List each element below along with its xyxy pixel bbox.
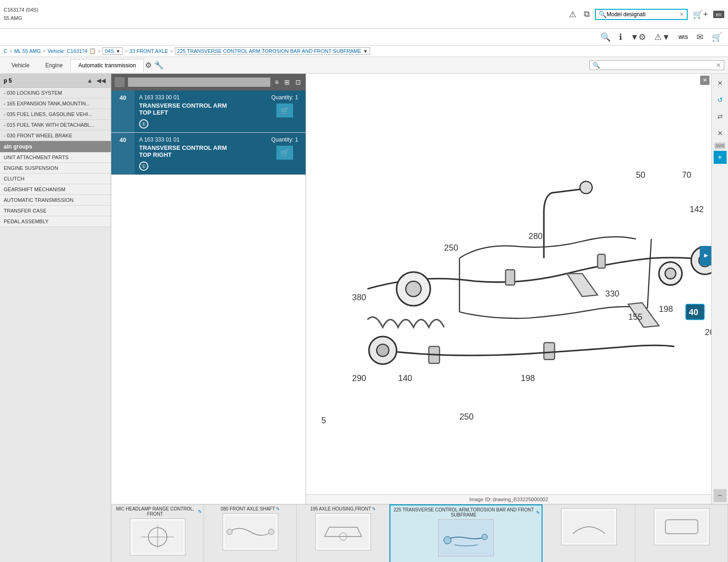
sidebar-collapse-btn[interactable]: ▲ (85, 76, 94, 85)
cart-add-icon-btn[interactable]: 🛒+ (690, 8, 710, 21)
tab-search-clear[interactable]: ✕ (716, 62, 721, 69)
sep1: > (9, 48, 12, 54)
part-row-0: 40 A 163 333 00 01 TRANSVERSE CONTROL AR… (111, 90, 306, 133)
main-group-unit-attachment[interactable]: UNIT ATTACHMENT PARTS (0, 152, 111, 163)
app-title-line2: 55 AMG (4, 14, 38, 23)
search-box-top: 🔍 ✕ (595, 9, 688, 20)
thumbnail-img-4 (561, 508, 617, 545)
parts-list-scroll: 40 A 163 333 00 01 TRANSVERSE CONTROL AR… (111, 90, 306, 504)
detail-view-btn[interactable]: ⊡ (294, 78, 303, 87)
thumbnail-3[interactable]: 225 TRANSVERSE CONTROL ARM,TOROSION BAR … (390, 504, 543, 562)
thumbnail-5[interactable] (635, 504, 728, 562)
sidebar-back-btn[interactable]: ◀◀ (95, 76, 107, 85)
label-330: 330 (605, 289, 619, 298)
grid-view-btn[interactable]: ⊞ (282, 78, 292, 87)
part-name-0: TRANSVERSE CONTROL ARMTOP LEFT (139, 102, 259, 116)
tab-settings-icon-btn[interactable]: ⚙ (144, 59, 153, 71)
parts-list-panel: ≡ ⊞ ⊡ 40 A 163 333 00 01 TRANSVERSE CONT… (111, 74, 306, 504)
main-group-engine-suspension[interactable]: ENGINE SUSPENSION (0, 163, 111, 174)
breadcrumb-current[interactable]: 225 TRANSVERSE CONTROL ARM,TOROSION BAR … (175, 47, 370, 55)
diagram-area: ✕ (306, 74, 728, 504)
thumbnail-0[interactable]: MIC HEADLAMP RANGE CONTROL, FRONT ✎ (111, 504, 204, 562)
label-40: 40 (689, 308, 698, 317)
thumbnail-edit-1: ✎ (276, 506, 280, 511)
breadcrumb-ml55[interactable]: ML 55 AMG (14, 48, 41, 54)
tab-search-icon: 🔍 (593, 62, 600, 69)
diagram-close-btn[interactable]: ✕ (713, 76, 728, 90)
zoom-in-btn[interactable]: 🔍 (598, 31, 613, 44)
thumbnail-img-1 (223, 513, 278, 550)
wis-btn[interactable]: WIS (676, 33, 690, 41)
sep3: > (98, 48, 101, 54)
main-group-transfer[interactable]: TRANSFER CASE (0, 206, 111, 216)
zoom-out-diagram-btn[interactable]: − (714, 489, 727, 502)
search-clear-btn[interactable]: ✕ (679, 11, 684, 18)
part-row-1: 40 A 163 333 01 01 TRANSVERSE CONTROL AR… (111, 133, 306, 175)
breadcrumb-c[interactable]: C (4, 48, 7, 54)
tab-automatic-transmission[interactable]: Automatic transmission (70, 59, 144, 72)
breadcrumb-04s[interactable]: 04S ▼ (102, 47, 122, 55)
diagram-swap-btn[interactable]: ⇄ (713, 109, 728, 124)
sidebar-item-2[interactable]: - 035 FUEL LINES, GASOLINE VEHI... (0, 109, 111, 120)
part-qty-1: Quantity: 1 🛒 (264, 133, 306, 174)
label-70: 70 (682, 170, 691, 180)
side-popup[interactable]: ◀ (700, 246, 711, 265)
filter-alert-btn[interactable]: ⚠▼ (652, 31, 672, 44)
main-group-pedal[interactable]: PEDAL ASSEMBLY (0, 216, 111, 227)
add-to-cart-0[interactable]: 🛒 (276, 103, 293, 117)
svg-badge[interactable]: SVG (715, 142, 725, 149)
main-group-auto-trans[interactable]: AUTOMATIC TRANSMISSION (0, 195, 111, 206)
tab-engine[interactable]: Engine (38, 59, 70, 71)
cart-btn-header[interactable]: 🛒 (709, 31, 724, 44)
thumbnail-label-2: 195 AXLE HOUSING,FRONT ✎ (310, 506, 376, 511)
search-input[interactable] (607, 11, 679, 18)
alert-icon-btn[interactable]: ⚠ (567, 8, 579, 21)
filter-btn[interactable]: ▼⚙ (628, 31, 649, 44)
diagram-refresh-btn[interactable]: ↺ (713, 92, 728, 107)
sidebar-item-0[interactable]: - 030 LOCKING SYSTEM (0, 88, 111, 98)
image-id-text: Image ID: drawing_B33225000002 (469, 497, 548, 502)
svg-point-22 (227, 529, 232, 535)
label-250a: 250 (444, 243, 458, 252)
toolbar-icons: ≡ ⊞ ⊡ (273, 78, 303, 87)
main-group-gearshift[interactable]: GEARSHIFT MECHANISM (0, 184, 111, 195)
sidebar-item-3[interactable]: - 015 FUEL TANK WITH DETACHABL... (0, 120, 111, 130)
label-155: 155 (628, 312, 642, 322)
main-layout: p 5 ▲ ◀◀ - 030 LOCKING SYSTEM - 165 EXPA… (0, 74, 728, 562)
thumbnail-2[interactable]: 195 AXLE HOUSING,FRONT ✎ (297, 504, 390, 562)
info-btn[interactable]: ℹ (617, 31, 625, 44)
svg-point-4 (406, 281, 421, 297)
diagram-close2-btn[interactable]: ✕ (713, 126, 728, 141)
breadcrumb: C > ML 55 AMG > Vehicle: C163174 📋 > 04S… (0, 45, 728, 57)
breadcrumb-frontaxle[interactable]: 33 FRONT AXLE (129, 48, 168, 54)
toolbar-square-btn[interactable] (114, 77, 125, 88)
tab-tool-icon-btn[interactable]: 🔧 (153, 59, 165, 71)
close-panel-btn[interactable]: ✕ (700, 76, 709, 85)
sidebar-item-1[interactable]: - 165 EXPANSION TANK,MOUNTIN... (0, 98, 111, 109)
list-view-btn[interactable]: ≡ (273, 78, 281, 87)
thumbnail-edit-2: ✎ (372, 506, 376, 511)
main-group-clutch[interactable]: CLUTCH (0, 174, 111, 184)
mail-btn[interactable]: ✉ (694, 31, 706, 44)
sep4: > (125, 48, 128, 54)
sidebar-header-btns: ▲ ◀◀ (85, 76, 107, 85)
breadcrumb-vehicle[interactable]: Vehicle: C163174 📋 (48, 48, 96, 54)
svg-rect-24 (318, 516, 369, 548)
copy-icon-btn[interactable]: ⧉ (581, 8, 592, 20)
svg-point-15 (377, 344, 389, 356)
tab-vehicle[interactable]: Vehicle (4, 59, 38, 71)
label-142: 142 (690, 205, 703, 214)
add-to-cart-1[interactable]: 🛒 (276, 146, 293, 160)
thumbnail-4[interactable] (543, 504, 635, 562)
label-198b: 198 (521, 374, 535, 383)
thumbnail-strip: MIC HEADLAMP RANGE CONTROL, FRONT ✎ 080 … (111, 504, 728, 562)
thumbnail-1[interactable]: 080 FRONT AXLE SHAFT ✎ (204, 504, 297, 562)
svg-rect-11 (598, 254, 606, 268)
main-groups-header: ain groups (0, 141, 111, 152)
zoom-in-diagram-btn[interactable]: + (714, 151, 727, 164)
sidebar-item-4[interactable]: - 030 FRONT WHEEL BRAKE (0, 130, 111, 141)
svg-point-27 (444, 536, 451, 544)
svg-point-9 (580, 181, 592, 194)
tab-search-input[interactable] (600, 62, 716, 69)
sep2: > (43, 48, 45, 54)
